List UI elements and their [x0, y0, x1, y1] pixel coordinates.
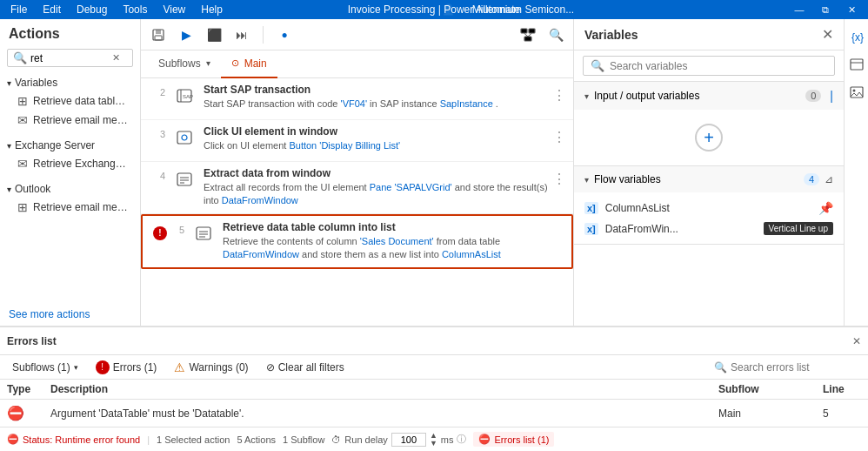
column-header-subflow: Subflow: [711, 380, 816, 400]
menu-debug[interactable]: Debug: [70, 2, 114, 17]
var-type-icon: x]: [584, 202, 598, 214]
flow-area: 2 SAP Start SAP transaction Start SAP tr…: [141, 78, 573, 326]
list-item[interactable]: ⊞ Retrieve data table...: [0, 91, 140, 111]
sidebar-item-label: Retrieve data table...: [33, 95, 129, 107]
search-button[interactable]: 🔍: [545, 24, 566, 45]
menu-edit[interactable]: Edit: [36, 2, 68, 17]
sidebar-section-exchange[interactable]: ▾ Exchange Server: [0, 137, 140, 154]
chevron-down-icon: ▾: [584, 91, 589, 101]
svg-rect-13: [177, 173, 191, 185]
table-row[interactable]: ⛔ Argument 'DataTable' must be 'Datatabl…: [0, 400, 868, 427]
step-number: 3: [151, 129, 172, 139]
list-item[interactable]: ⊞ Retrieve email mess...: [0, 198, 140, 217]
run-delay-input[interactable]: [391, 433, 426, 447]
menu-file[interactable]: File: [3, 2, 34, 17]
stop-button[interactable]: ⬛: [204, 24, 224, 45]
search-icon: 🔍: [714, 361, 727, 374]
run-delay-unit: ms: [441, 434, 454, 445]
svg-rect-1: [156, 30, 161, 34]
minimize-button[interactable]: —: [786, 0, 812, 19]
search-input[interactable]: [30, 52, 109, 64]
sales-doc-link[interactable]: 'Sales Document': [360, 236, 434, 246]
error-type-cell: ⛔: [0, 400, 43, 427]
subflows-dropdown-icon[interactable]: ▾: [206, 58, 210, 68]
variables-panel: Variables ✕ 🔍 ▾ Input / output variables…: [574, 19, 844, 326]
variable-name: DataFromWin...: [605, 223, 757, 235]
subflows-filter-button[interactable]: Subflows (1) ▾: [7, 360, 83, 375]
errors-close-button[interactable]: ✕: [852, 335, 861, 347]
errors-filter-button[interactable]: ! Errors (1): [90, 359, 163, 376]
display-billing-link[interactable]: Button 'Display Billing List': [289, 140, 400, 151]
subflows-button[interactable]: [517, 24, 538, 45]
input-output-count-badge: 0: [805, 90, 821, 102]
list-item[interactable]: ✉ Retrieve Exchange e...: [0, 154, 140, 173]
filter-icon[interactable]: ⊿: [825, 173, 833, 185]
menu-tools[interactable]: Tools: [116, 2, 154, 17]
flow-step-2: 2 SAP Start SAP transaction Start SAP tr…: [141, 78, 573, 120]
run-button[interactable]: ▶: [176, 24, 197, 45]
step-content: Extract data from window Extract all rec…: [204, 167, 563, 208]
flow-variables-label: Flow variables: [594, 173, 798, 185]
window-controls: — ⧉ ✕: [786, 0, 865, 19]
run-mode-button[interactable]: ●: [274, 24, 295, 45]
tab-subflows-label: Subflows: [158, 57, 201, 70]
data-from-window-link2[interactable]: DataFromWindow: [223, 249, 299, 259]
input-output-section-header[interactable]: ▾ Input / output variables 0 |: [574, 82, 844, 110]
variables-close-button[interactable]: ✕: [822, 26, 833, 43]
variables-header: Variables ✕: [574, 19, 844, 50]
column-as-list-link[interactable]: ColumnAsList: [442, 249, 501, 259]
step-more-button[interactable]: ⋮: [552, 87, 566, 104]
variables-search-input[interactable]: [610, 60, 827, 72]
step-title: Click UI element in window: [204, 125, 563, 138]
add-variable-button[interactable]: +: [695, 124, 723, 151]
selected-action-count: 1 Selected action: [157, 434, 230, 445]
run-delay-stepper[interactable]: ▲ ▼: [430, 432, 437, 448]
search-icon: 🔍: [591, 59, 604, 72]
step-more-button[interactable]: ⋮: [552, 129, 566, 145]
save-button[interactable]: [148, 24, 169, 45]
close-button[interactable]: ✕: [838, 0, 865, 19]
menu-view[interactable]: View: [156, 2, 192, 17]
maximize-button[interactable]: ⧉: [812, 0, 838, 19]
flow-variables-section-header[interactable]: ▾ Flow variables 4 ⊿: [574, 166, 844, 192]
variables-strip-button[interactable]: {x}: [846, 26, 867, 47]
errors-search-input[interactable]: [731, 361, 861, 374]
sidebar-item-label: Retrieve email mess...: [33, 201, 129, 213]
ui-elements-strip-button[interactable]: [846, 54, 867, 75]
sap-alv-grid-link[interactable]: Pane 'SAPALVGrid': [370, 182, 452, 192]
column-header-description: Description: [43, 380, 711, 400]
status-text: Status: Runtime error found: [23, 434, 140, 445]
tab-main[interactable]: ⊙ Main: [221, 50, 277, 78]
stepper-down-button[interactable]: ▼: [430, 440, 437, 448]
see-more-actions-link[interactable]: See more actions: [0, 303, 140, 326]
data-from-window-link[interactable]: DataFromWindow: [222, 195, 298, 205]
tab-subflows[interactable]: Subflows ▾: [148, 50, 221, 78]
next-button[interactable]: ⏭: [231, 24, 252, 45]
flow-step-5[interactable]: ! 5 Retrieve data table column into list…: [141, 214, 573, 269]
flow-variables-list: x] ColumnAsList 📌 x] DataFromWin... Vert…: [574, 192, 844, 244]
vf04-link[interactable]: 'VF04': [341, 98, 368, 109]
errors-list-link[interactable]: ⛔ Errors list (1): [473, 432, 554, 447]
sidebar-search-container: 🔍 ✕: [0, 45, 140, 71]
flow-tabs: Subflows ▾ ⊙ Main: [141, 50, 573, 78]
variable-item-columnaslist[interactable]: x] ColumnAsList 📌: [574, 198, 844, 219]
list-item[interactable]: ✉ Retrieve email mess...: [0, 111, 140, 130]
sapinstance-link[interactable]: SapInstance: [440, 98, 493, 109]
images-strip-button[interactable]: [846, 82, 867, 103]
sap-icon: SAP: [172, 84, 197, 108]
clear-filters-button[interactable]: ⊘ Clear all filters: [261, 360, 350, 375]
error-count-badge: !: [96, 360, 110, 374]
clear-search-button[interactable]: ✕: [112, 52, 120, 64]
variable-item-datafromwindow[interactable]: x] DataFromWin... Vertical Line up: [574, 219, 844, 239]
menu-help[interactable]: Help: [194, 2, 230, 17]
step-number: 4: [151, 171, 172, 181]
warnings-filter-button[interactable]: ⚠ Warnings (0): [169, 359, 253, 376]
column-header-type: Type: [0, 380, 43, 400]
outlook-icon: ⊞: [17, 200, 28, 214]
pin-button[interactable]: 📌: [818, 201, 833, 215]
step-more-button[interactable]: ⋮: [552, 171, 566, 187]
errors-title: Errors list: [7, 335, 57, 347]
sidebar-section-outlook[interactable]: ▾ Outlook: [0, 180, 140, 198]
step-content: Click UI element in window Click on UI e…: [204, 125, 563, 152]
sidebar-section-variables[interactable]: ▾ Variables: [0, 74, 140, 91]
